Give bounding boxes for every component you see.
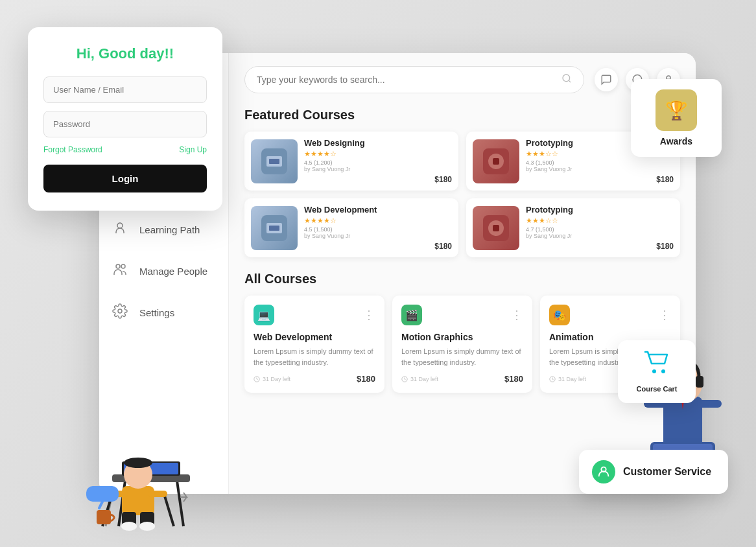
course-rating-4: 4.7 (1,500) <box>526 226 674 233</box>
course-rating-1: 4.5 (1,200) <box>304 159 452 166</box>
course-cart-card: Course Cart <box>618 340 696 403</box>
svg-point-27 <box>661 369 665 373</box>
main-content-area: Featured Courses Web Designing ★★★★☆ <box>229 53 696 494</box>
search-input-wrap[interactable] <box>244 66 584 93</box>
svg-rect-16 <box>493 158 499 165</box>
motion-graphics-icon: 🎬 <box>401 305 422 325</box>
learning-path-icon <box>112 220 130 239</box>
awards-label: Awards <box>660 136 692 146</box>
svg-line-39 <box>164 494 174 526</box>
featured-courses-grid: Web Designing ★★★★☆ 4.5 (1,200) by Sang … <box>244 132 680 257</box>
course-thumb-4 <box>473 206 519 250</box>
svg-point-48 <box>124 458 152 468</box>
svg-point-54 <box>139 522 155 531</box>
customer-service-label: Customer Service <box>623 466 711 478</box>
search-input[interactable] <box>257 75 555 85</box>
svg-rect-19 <box>269 226 279 231</box>
sidebar-item-manage-people[interactable]: Manage People <box>99 253 228 289</box>
login-links: Forgot Password Sign Up <box>43 145 207 154</box>
all-course-2[interactable]: 🎬 ⋮ Motion Graphics Lorem Lpsum is simpl… <box>392 296 532 393</box>
course-price-4: $180 <box>526 242 674 251</box>
featured-course-1[interactable]: Web Designing ★★★★☆ 4.5 (1,200) by Sang … <box>244 132 458 191</box>
featured-courses-title: Featured Courses <box>244 108 680 122</box>
svg-point-8 <box>563 75 570 82</box>
more-options-2[interactable]: ⋮ <box>511 308 523 322</box>
course-author-3: by Sang Vuong Jr <box>304 233 452 239</box>
all-courses-title: All Courses <box>244 272 680 286</box>
login-button[interactable]: Login <box>43 165 207 192</box>
svg-point-7 <box>118 309 122 313</box>
course-author-4: by Sang Vuong Jr <box>526 233 674 239</box>
svg-point-6 <box>121 264 125 268</box>
sitting-character <box>73 390 216 533</box>
animation-icon: 🎭 <box>549 305 570 325</box>
card-header-2: 🎬 ⋮ <box>401 305 523 325</box>
search-icon[interactable] <box>561 73 572 86</box>
course-stars-3: ★★★★☆ <box>304 216 452 225</box>
course-name-1: Web Designing <box>304 138 452 148</box>
course-author-1: by Sang Vuong Jr <box>304 166 452 172</box>
card-footer-2: 31 Day left $180 <box>401 374 523 384</box>
svg-rect-22 <box>493 225 499 231</box>
svg-rect-56 <box>86 486 119 502</box>
sidebar-item-settings-label: Settings <box>139 307 174 318</box>
course-price-2: $180 <box>526 175 674 184</box>
more-options-3[interactable]: ⋮ <box>659 308 671 322</box>
password-input[interactable] <box>43 111 207 137</box>
svg-rect-50 <box>148 491 167 497</box>
course-name-4: Prototyping <box>526 205 674 215</box>
featured-course-4[interactable]: Prototyping ★★★☆☆ 4.7 (1,500) by Sang Vu… <box>466 198 680 257</box>
all-course-desc-1: Lorem Lpsum is simply dummy text of the … <box>254 346 375 367</box>
all-course-desc-2: Lorem Lpsum is simply dummy text of the … <box>401 346 523 367</box>
sidebar-item-learning-path[interactable]: Learning Path <box>99 211 228 248</box>
search-bar <box>244 66 680 93</box>
card-header-3: 🎭 ⋮ <box>549 305 671 325</box>
sidebar-item-learning-path-label: Learning Path <box>139 224 200 235</box>
course-info-4: Prototyping ★★★☆☆ 4.7 (1,500) by Sang Vu… <box>526 205 674 251</box>
svg-point-4 <box>117 223 123 228</box>
course-price-3: $180 <box>304 242 452 251</box>
card-time-1: 31 Day left <box>254 376 290 382</box>
chat-icon-button[interactable] <box>595 68 618 91</box>
all-course-1[interactable]: 💻 ⋮ Web Development Lorem Lpsum is simpl… <box>244 296 384 393</box>
sidebar-item-manage-people-label: Manage People <box>139 266 207 277</box>
course-info-3: Web Development ★★★★☆ 4.5 (1,500) by San… <box>304 205 452 251</box>
all-course-name-2: Motion Graphics <box>401 332 523 342</box>
more-options-1[interactable]: ⋮ <box>363 308 375 322</box>
card-footer-1: 31 Day left $180 <box>254 374 375 384</box>
forgot-password-link[interactable]: Forgot Password <box>43 145 102 154</box>
awards-card: 🏆 Awards <box>631 79 722 157</box>
cart-icon <box>643 351 671 380</box>
sidebar-item-settings[interactable]: Settings <box>99 294 228 331</box>
svg-rect-37 <box>697 400 722 408</box>
svg-rect-46 <box>122 486 154 515</box>
trophy-icon: 🏆 <box>656 89 697 131</box>
customer-service-avatar <box>592 460 615 483</box>
course-price-1: $180 <box>304 175 452 184</box>
svg-rect-13 <box>269 159 279 164</box>
login-card: Hi, Good day!! Forgot Password Sign Up L… <box>28 27 222 211</box>
svg-point-5 <box>116 264 120 268</box>
course-author-2: by Sang Vuong Jr <box>526 166 674 172</box>
course-thumb-2 <box>473 139 519 183</box>
svg-point-53 <box>121 522 137 531</box>
svg-line-9 <box>569 80 571 82</box>
featured-course-3[interactable]: Web Development ★★★★☆ 4.5 (1,500) by San… <box>244 198 458 257</box>
course-rating-2: 4.3 (1,500) <box>526 159 674 166</box>
svg-point-26 <box>652 369 656 373</box>
svg-rect-32 <box>696 376 703 388</box>
all-courses-grid: 💻 ⋮ Web Development Lorem Lpsum is simpl… <box>244 296 680 393</box>
main-container: Manage course Learning Path <box>21 14 735 533</box>
course-info-1: Web Designing ★★★★☆ 4.5 (1,200) by Sang … <box>304 138 452 184</box>
svg-line-42 <box>177 481 183 526</box>
course-thumb-3 <box>251 206 298 250</box>
manage-people-icon <box>112 262 130 280</box>
settings-icon <box>112 303 130 321</box>
card-header-1: 💻 ⋮ <box>254 305 375 325</box>
login-greeting: Hi, Good day!! <box>43 45 207 62</box>
all-course-name-1: Web Development <box>254 332 375 342</box>
username-input[interactable] <box>43 76 207 103</box>
signup-link[interactable]: Sign Up <box>179 145 207 154</box>
card-time-2: 31 Day left <box>401 376 438 382</box>
svg-rect-55 <box>97 510 111 524</box>
